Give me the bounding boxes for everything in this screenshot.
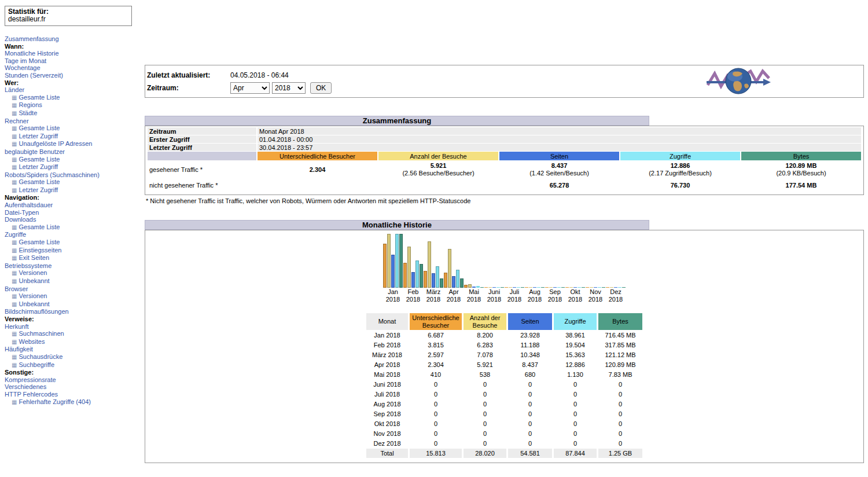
sidebar-link-letzter-zugriff[interactable]: Letzter Zugriff xyxy=(19,186,58,193)
history-col-header-monat: Monat xyxy=(366,313,408,330)
chart-bar-seiten xyxy=(533,287,536,288)
list-grid-icon: ▦ xyxy=(12,362,17,368)
chart-bar-anzahl-der-besuche xyxy=(448,249,451,288)
sidebar-link-versionen[interactable]: Versionen xyxy=(19,292,47,299)
sidebar-link-unbekannt[interactable]: Unbekannt xyxy=(19,300,49,307)
list-grid-icon: ▦ xyxy=(12,133,17,140)
last-update-value: 04.05.2018 - 06:44 xyxy=(230,71,289,79)
sidebar-link-regions[interactable]: Regions xyxy=(19,101,42,108)
history-value-cell: 716.45 MB xyxy=(598,331,642,340)
sidebar-link-gesamte-liste[interactable]: Gesamte Liste xyxy=(19,156,60,163)
sidebar-link-monatliche-historie[interactable]: Monatliche Historie xyxy=(5,50,59,57)
history-value-cell: 0 xyxy=(508,419,552,428)
history-col-header-zugriffe: Zugriffe xyxy=(554,313,597,330)
sidebar-item: ▦Unaufgelöste IP Adressen xyxy=(5,140,140,148)
history-value-cell: 6.687 xyxy=(410,331,462,340)
sidebar-link-aufenthaltsdauer[interactable]: Aufenthaltsdauer xyxy=(5,201,53,208)
sidebar-item: Datei-Typen xyxy=(5,209,140,217)
not-seen-traffic-label: nicht gesehener Traffic * xyxy=(148,179,256,192)
summary-col-header-anzahl-der-besuche: Anzahl der Besuche xyxy=(378,152,498,160)
history-row: Apr 20182.3045.9218.43712.886120.89 MB xyxy=(366,360,642,369)
chart-bar-unterschiedliche-besucher xyxy=(586,287,589,288)
month-select[interactable]: Apr xyxy=(230,82,270,94)
sidebar-link-zusammenfassung[interactable]: Zusammenfassung xyxy=(5,35,59,42)
history-value-cell: 8.200 xyxy=(464,331,506,340)
sidebar-link-rechner[interactable]: Rechner xyxy=(5,118,29,124)
sidebar-link-städte[interactable]: Städte xyxy=(19,109,37,116)
sidebar-link-kompressionsrate[interactable]: Kompressionsrate xyxy=(5,376,56,383)
sidebar-link-unaufgelöste-ip-adressen[interactable]: Unaufgelöste IP Adressen xyxy=(19,140,92,147)
history-value-cell: 0 xyxy=(554,429,597,438)
sidebar-item: ▦Letzter Zugriff xyxy=(5,186,140,195)
history-month-cell: Dez 2018 xyxy=(366,439,408,448)
chart-bar-anzahl-der-besuche xyxy=(569,287,573,288)
seen-traffic-value: 8.437(1.42 Seiten/Besuch) xyxy=(499,161,619,178)
sidebar-link-gesamte-liste[interactable]: Gesamte Liste xyxy=(19,178,60,185)
sidebar-link-verschiedenes[interactable]: Verschiedenes xyxy=(5,383,46,390)
sidebar-link-einstiegsseiten[interactable]: Einstiegsseiten xyxy=(19,247,61,254)
sidebar-link-bildschirmauflösungen[interactable]: Bildschirmauflösungen xyxy=(5,308,69,315)
sidebar-link-tage-im-monat[interactable]: Tage im Monat xyxy=(5,57,46,64)
sidebar-link-suchbegriffe[interactable]: Suchbegriffe xyxy=(19,361,54,368)
sidebar-link-versionen[interactable]: Versionen xyxy=(19,269,47,276)
sidebar-link-fehlerhafte-zugriffe-404[interactable]: Fehlerhafte Zugriffe (404) xyxy=(19,398,91,405)
list-grid-icon: ▦ xyxy=(12,125,17,131)
sidebar-item: ▦Gesamte Liste xyxy=(5,223,140,232)
summary-frame: ZeitraumMonat Apr 2018Erster Zugriff01.0… xyxy=(145,126,864,195)
not-seen-traffic-value: 65.278 xyxy=(499,179,619,192)
sidebar-link-länder[interactable]: Länder xyxy=(5,86,24,93)
history-value-cell: 410 xyxy=(410,370,462,379)
sidebar-link-letzter-zugriff[interactable]: Letzter Zugriff xyxy=(19,133,58,140)
chart-bar-zugriffe xyxy=(517,287,520,288)
sidebar-link-suchausdrücke[interactable]: Suchausdrücke xyxy=(19,353,62,360)
awstats-logo[interactable] xyxy=(705,67,772,96)
summary-info-value: Monat Apr 2018 xyxy=(258,127,861,135)
sidebar-link-downloads[interactable]: Downloads xyxy=(5,216,36,223)
list-grid-icon: ▦ xyxy=(12,339,17,345)
sidebar-link-herkunft[interactable]: Herkunft xyxy=(5,323,29,330)
sidebar-link-häufigkeit[interactable]: Häufigkeit xyxy=(5,346,33,353)
sidebar-link-exit-seiten[interactable]: Exit Seiten xyxy=(19,254,49,261)
chart-bar-bytes xyxy=(460,278,464,288)
sidebar-link-gesamte-liste[interactable]: Gesamte Liste xyxy=(19,94,60,101)
history-row: Jan 20186.6878.20023.92838.961716.45 MB xyxy=(366,331,642,340)
chart-bar-seiten xyxy=(553,287,557,288)
summary-col-header-zugriffe: Zugriffe xyxy=(620,152,740,160)
list-grid-icon: ▦ xyxy=(12,110,17,116)
ok-button[interactable]: OK xyxy=(310,82,332,94)
sidebar-link-gesamte-liste[interactable]: Gesamte Liste xyxy=(19,124,60,131)
sidebar-link-stunden-serverzeit[interactable]: Stunden (Serverzeit) xyxy=(5,72,63,79)
sidebar-item: ▦Versionen xyxy=(5,269,140,277)
sidebar-link-zugriffe[interactable]: Zugriffe xyxy=(5,231,26,238)
chart-bar-bytes xyxy=(440,278,443,288)
sidebar-link-suchmaschinen[interactable]: Suchmaschinen xyxy=(19,330,64,337)
sidebar-link-gesamte-liste[interactable]: Gesamte Liste xyxy=(19,223,60,230)
sidebar-link-letzter-zugriff[interactable]: Letzter Zugriff xyxy=(19,163,58,170)
chart-bar-zugriffe xyxy=(537,287,540,288)
sidebar-item: Länder xyxy=(5,86,140,94)
sidebar-link-unbekannt[interactable]: Unbekannt xyxy=(19,277,49,284)
history-value-cell: 538 xyxy=(464,370,506,379)
chart-bar-zugriffe xyxy=(598,287,601,288)
summary-info-value: 01.04.2018 - 00:00 xyxy=(258,135,861,143)
sidebar-link-websites[interactable]: Websites xyxy=(19,338,45,345)
not-seen-traffic-value xyxy=(258,179,377,192)
history-value-cell: 0 xyxy=(464,399,506,409)
sidebar-link-robots-spiders-suchmaschinen[interactable]: Robots/Spiders (Suchmaschinen) xyxy=(5,171,100,178)
chart-month-group xyxy=(565,287,586,288)
year-select[interactable]: 2018 xyxy=(272,82,306,94)
summary-corner-cell xyxy=(148,152,256,160)
chart-bar-bytes xyxy=(541,287,545,288)
list-grid-icon: ▦ xyxy=(12,301,17,307)
history-value-cell: 0 xyxy=(410,439,462,448)
sidebar-item: Häufigkeit xyxy=(5,346,140,353)
sidebar-link-datei-typen[interactable]: Datei-Typen xyxy=(5,209,39,216)
history-row: Juni 201800000 xyxy=(366,380,642,389)
sidebar-link-browser[interactable]: Browser xyxy=(5,285,28,292)
sidebar-link-beglaubigte-benutzer[interactable]: beglaubigte Benutzer xyxy=(5,148,65,155)
sidebar-link-http-fehlercodes[interactable]: HTTP Fehlercodes xyxy=(5,391,58,398)
sidebar-link-gesamte-liste[interactable]: Gesamte Liste xyxy=(19,238,60,245)
sidebar-link-wochentage[interactable]: Wochentage xyxy=(5,64,41,71)
sidebar-link-betriebssysteme[interactable]: Betriebssysteme xyxy=(5,262,52,269)
history-value-cell: 6.283 xyxy=(464,340,506,350)
